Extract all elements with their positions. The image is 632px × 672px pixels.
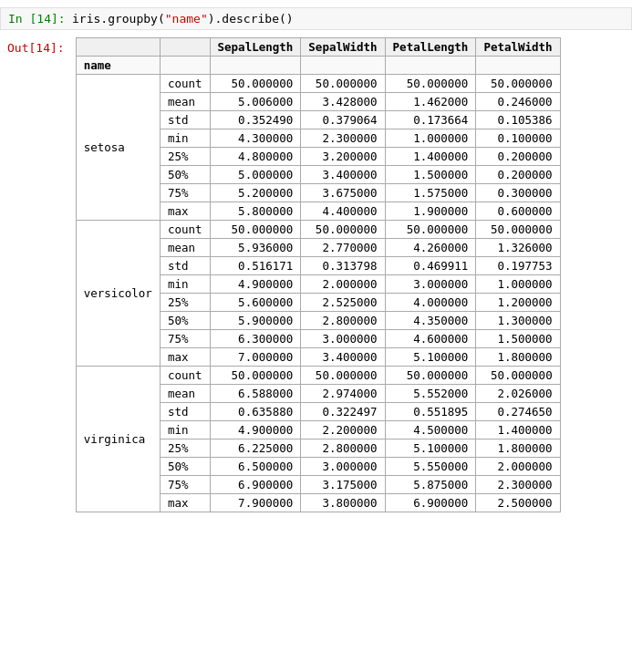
name-label: name	[76, 57, 160, 75]
value-cell: 0.352490	[210, 111, 301, 129]
value-cell: 0.379064	[301, 111, 385, 129]
value-cell: 1.462000	[385, 93, 476, 111]
name-empty-5	[476, 57, 560, 75]
value-cell: 50.000000	[476, 75, 560, 93]
value-cell: 3.675000	[301, 184, 385, 202]
stat-label-cell: max	[160, 494, 210, 512]
value-cell: 5.875000	[385, 476, 476, 494]
stat-label-cell: count	[160, 221, 210, 239]
value-cell: 1.326000	[476, 239, 560, 257]
col-header-sepal-length: SepalLength	[210, 38, 301, 57]
stat-label-cell: std	[160, 403, 210, 421]
group-name-cell: virginica	[76, 367, 160, 512]
stat-label-cell: 25%	[160, 148, 210, 166]
value-cell: 7.000000	[210, 348, 301, 367]
stat-label-cell: mean	[160, 239, 210, 257]
value-cell: 50.000000	[476, 221, 560, 239]
value-cell: 5.600000	[210, 294, 301, 312]
value-cell: 0.551895	[385, 403, 476, 421]
stat-label-cell: min	[160, 275, 210, 294]
stat-label-cell: 50%	[160, 312, 210, 330]
stat-label-cell: 50%	[160, 166, 210, 184]
value-cell: 2.500000	[476, 494, 560, 512]
value-cell: 3.800000	[301, 494, 385, 512]
value-cell: 50.000000	[476, 367, 560, 385]
output-area: Out[14]: SepalLength SepalWidth PetalLen…	[0, 34, 632, 516]
value-cell: 2.525000	[301, 294, 385, 312]
value-cell: 3.400000	[301, 166, 385, 184]
value-cell: 0.469911	[385, 257, 476, 275]
value-cell: 1.400000	[476, 421, 560, 439]
value-cell: 1.575000	[385, 184, 476, 202]
value-cell: 6.300000	[210, 330, 301, 348]
value-cell: 0.600000	[476, 202, 560, 221]
value-cell: 4.300000	[210, 129, 301, 148]
stat-label-cell: count	[160, 75, 210, 93]
value-cell: 6.500000	[210, 458, 301, 476]
value-cell: 5.006000	[210, 93, 301, 111]
value-cell: 0.516171	[210, 257, 301, 275]
group-name-cell: versicolor	[76, 221, 160, 367]
value-cell: 5.900000	[210, 312, 301, 330]
value-cell: 2.200000	[301, 421, 385, 439]
value-cell: 3.200000	[301, 148, 385, 166]
value-cell: 50.000000	[210, 75, 301, 93]
value-cell: 5.100000	[385, 439, 476, 458]
name-empty-3	[301, 57, 385, 75]
stat-label-cell: min	[160, 129, 210, 148]
stat-label-cell: std	[160, 111, 210, 129]
notebook-cell: In [14]: iris.groupby("name").describe()…	[0, 0, 632, 523]
value-cell: 5.100000	[385, 348, 476, 367]
stat-label-cell: mean	[160, 385, 210, 403]
value-cell: 5.000000	[210, 166, 301, 184]
name-empty-1	[160, 57, 210, 75]
value-cell: 2.300000	[476, 476, 560, 494]
value-cell: 0.300000	[476, 184, 560, 202]
describe-table: SepalLength SepalWidth PetalLength Petal…	[76, 37, 561, 512]
stat-label-cell: max	[160, 348, 210, 367]
value-cell: 2.026000	[476, 385, 560, 403]
col-header-petal-length: PetalLength	[385, 38, 476, 57]
value-cell: 7.900000	[210, 494, 301, 512]
name-empty-2	[210, 57, 301, 75]
value-cell: 0.200000	[476, 148, 560, 166]
value-cell: 5.552000	[385, 385, 476, 403]
value-cell: 3.400000	[301, 348, 385, 367]
value-cell: 4.900000	[210, 275, 301, 294]
stat-label-cell: min	[160, 421, 210, 439]
name-empty-4	[385, 57, 476, 75]
value-cell: 5.800000	[210, 202, 301, 221]
table-row: virginicacount50.00000050.00000050.00000…	[76, 367, 560, 385]
value-cell: 3.175000	[301, 476, 385, 494]
stat-label-cell: 75%	[160, 330, 210, 348]
value-cell: 1.200000	[476, 294, 560, 312]
value-cell: 4.800000	[210, 148, 301, 166]
value-cell: 0.274650	[476, 403, 560, 421]
value-cell: 4.600000	[385, 330, 476, 348]
value-cell: 50.000000	[385, 221, 476, 239]
value-cell: 3.000000	[301, 458, 385, 476]
value-cell: 3.000000	[385, 275, 476, 294]
value-cell: 2.800000	[301, 439, 385, 458]
value-cell: 1.000000	[385, 129, 476, 148]
value-cell: 0.173664	[385, 111, 476, 129]
value-cell: 4.500000	[385, 421, 476, 439]
stat-label-cell: 25%	[160, 294, 210, 312]
value-cell: 0.200000	[476, 166, 560, 184]
output-prompt: Out[14]:	[0, 37, 72, 58]
code-string: "name"	[165, 12, 208, 26]
input-line: In [14]: iris.groupby("name").describe()	[0, 7, 632, 30]
value-cell: 0.105386	[476, 111, 560, 129]
value-cell: 1.800000	[476, 439, 560, 458]
value-cell: 2.974000	[301, 385, 385, 403]
value-cell: 5.200000	[210, 184, 301, 202]
stat-label-cell: 25%	[160, 439, 210, 458]
value-cell: 2.300000	[301, 129, 385, 148]
stat-label-cell: 75%	[160, 476, 210, 494]
value-cell: 2.770000	[301, 239, 385, 257]
table-row: versicolorcount50.00000050.00000050.0000…	[76, 221, 560, 239]
value-cell: 1.500000	[385, 166, 476, 184]
col-header-sepal-width: SepalWidth	[301, 38, 385, 57]
stat-label-cell: 75%	[160, 184, 210, 202]
value-cell: 4.900000	[210, 421, 301, 439]
